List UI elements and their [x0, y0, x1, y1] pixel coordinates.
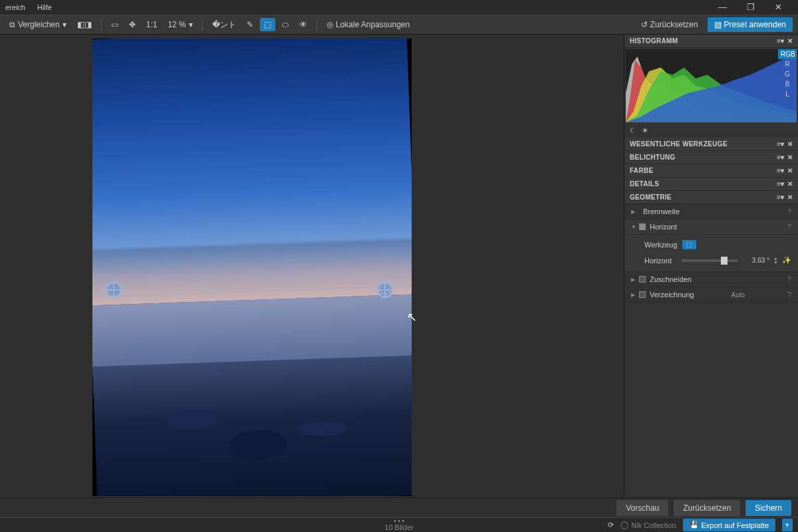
crop-tool-icon[interactable]: �ント	[208, 17, 240, 33]
histogram-chart	[626, 49, 797, 122]
window-controls: — ❐ ✕	[718, 2, 794, 12]
horizon-stepper[interactable]: ▲▼	[773, 257, 778, 265]
export-label: Export auf Festplatte	[702, 521, 769, 529]
expand-icon: ▶	[631, 209, 635, 215]
horizon-tool-button[interactable]: ⬚	[682, 240, 696, 249]
horizon-row[interactable]: ▼ Horizont ?	[624, 219, 798, 235]
help-icon[interactable]: ?	[787, 223, 791, 231]
horizon-label: Horizont	[650, 223, 677, 231]
color-header[interactable]: FARBE ≡▾✕	[624, 164, 798, 178]
highlight-clip-icon[interactable]: ☀	[642, 126, 648, 135]
auto-horizon-icon[interactable]: ✨	[782, 256, 791, 265]
menu-bereich[interactable]: ereich	[5, 3, 25, 11]
export-menu-icon[interactable]: ▾	[782, 519, 793, 531]
tool-label: Werkzeug	[644, 241, 677, 249]
side-panel: › HISTOGRAMM ≡▾✕ RGB R G B L ☾ ☀	[624, 35, 798, 497]
histo-l[interactable]: L	[778, 89, 797, 99]
histo-g[interactable]: G	[778, 69, 797, 79]
nik-label: Nik Collection	[631, 521, 676, 529]
histogram-toggles: ☾ ☀	[624, 124, 798, 138]
horizon-controls: Werkzeug ⬚ Horizont 3.63 ° ▲▼ ✨	[624, 235, 798, 272]
panel-close-icon[interactable]: ✕	[787, 140, 793, 148]
histogram-title: HISTOGRAMM	[630, 37, 678, 45]
panel-menu-icon[interactable]: ≡▾	[777, 37, 784, 45]
focal-length-row[interactable]: ▶ Brennweite ?	[624, 204, 798, 219]
details-header[interactable]: DETAILS ≡▾✕	[624, 178, 798, 191]
help-icon[interactable]: ?	[787, 291, 791, 299]
essential-tools-header[interactable]: WESENTLICHE WERKZEUGE ≡▾✕	[624, 138, 798, 151]
sync-icon[interactable]: ⟳	[608, 521, 614, 529]
horizon-tool-icon[interactable]: ⬚	[260, 18, 275, 31]
compare-icon: ⧉	[9, 20, 15, 29]
distortion-auto: Auto	[731, 291, 745, 299]
save-button[interactable]: Sichern	[745, 500, 791, 516]
collapse-icon: ▼	[631, 224, 636, 230]
undo-icon: ↺	[641, 20, 648, 29]
panel-close-icon[interactable]: ✕	[787, 180, 793, 188]
focal-label: Brennweite	[643, 207, 680, 215]
export-button[interactable]: 💾 Export auf Festplatte	[683, 519, 776, 531]
local-adjust-button[interactable]: ◎ Lokale Anpassungen	[323, 18, 414, 31]
split-view-icon[interactable]: ◧◨	[73, 18, 96, 31]
distortion-checkbox[interactable]	[639, 291, 646, 298]
shadow-clip-icon[interactable]: ☾	[630, 126, 636, 135]
zoom-level[interactable]: 12 % ▾	[164, 18, 196, 31]
nik-collection-button[interactable]: ◯ Nik Collection	[620, 521, 676, 529]
eye-icon[interactable]: 👁	[295, 18, 311, 31]
panel-menu-icon[interactable]: ≡▾	[777, 140, 784, 148]
panel-close-icon[interactable]: ✕	[787, 167, 793, 174]
preview-button[interactable]: Vorschau	[616, 500, 668, 516]
histo-rgb[interactable]: RGB	[778, 49, 797, 59]
preset-label: Preset anwenden	[724, 20, 786, 29]
panel-menu-icon[interactable]: ≡▾	[777, 194, 784, 201]
canvas[interactable]: ↖	[0, 35, 624, 497]
menu-hilfe[interactable]: Hilfe	[37, 3, 52, 11]
chevron-down-icon: ▾	[63, 20, 66, 29]
target-icon: ◎	[327, 20, 333, 29]
panel-close-icon[interactable]: ✕	[787, 154, 793, 161]
histogram: RGB R G B L	[626, 49, 797, 122]
horizon-slider-label: Horizont	[644, 257, 678, 265]
horizon-value[interactable]: 3.63 °	[741, 257, 769, 264]
essential-title: WESENTLICHE WERKZEUGE	[630, 140, 728, 148]
horizon-slider[interactable]	[682, 259, 737, 262]
crop-checkbox[interactable]	[639, 276, 646, 283]
minimize-icon[interactable]: —	[718, 2, 727, 12]
distortion-label: Verzeichnung	[650, 291, 694, 299]
histogram-header[interactable]: HISTOGRAMM ≡▾✕	[624, 35, 798, 48]
color-title: FARBE	[630, 167, 653, 174]
details-title: DETAILS	[630, 180, 659, 188]
reset-button[interactable]: Zurücksetzen	[674, 500, 740, 516]
histo-b[interactable]: B	[778, 79, 797, 89]
exposure-header[interactable]: BELICHTUNG ≡▾✕	[624, 151, 798, 164]
crop-row[interactable]: ▶ Zuschneiden ?	[624, 272, 798, 287]
pan-icon[interactable]: ✥	[125, 18, 140, 31]
help-icon[interactable]: ?	[787, 207, 791, 215]
eyedropper-icon[interactable]: ✎	[243, 18, 257, 31]
reset-top-button[interactable]: ↺ Zurücksetzen	[636, 17, 704, 32]
close-icon[interactable]: ✕	[775, 2, 782, 12]
panel-close-icon[interactable]: ✕	[787, 37, 793, 45]
exposure-title: BELICHTUNG	[630, 154, 676, 161]
panel-menu-icon[interactable]: ≡▾	[777, 154, 784, 161]
local-adjust-label: Lokale Anpassungen	[336, 20, 410, 29]
fit-icon[interactable]: ▭	[107, 18, 122, 31]
chevron-down-icon: ▾	[189, 20, 193, 29]
crop-label: Zuschneiden	[650, 275, 692, 283]
image-counter[interactable]: • • • 10 Bilder	[384, 519, 413, 531]
ratio-button[interactable]: 1:1	[142, 18, 162, 31]
apply-preset-button[interactable]: ▤ Preset anwenden	[708, 17, 793, 32]
horizon-checkbox[interactable]	[639, 223, 646, 230]
panel-menu-icon[interactable]: ≡▾	[777, 180, 784, 188]
panel-menu-icon[interactable]: ≡▾	[777, 167, 784, 174]
geometry-header[interactable]: GEOMETRIE ≡▾✕	[624, 191, 798, 204]
slider-thumb[interactable]	[721, 257, 728, 265]
compare-button[interactable]: ⧉ Vergleichen ▾	[5, 18, 70, 31]
maximize-icon[interactable]: ❐	[747, 2, 755, 12]
help-icon[interactable]: ?	[787, 275, 791, 283]
panel-close-icon[interactable]: ✕	[787, 194, 793, 201]
tag-icon[interactable]: ⬭	[278, 18, 293, 31]
histo-r[interactable]: R	[778, 59, 797, 69]
distortion-row[interactable]: ▶ Verzeichnung Auto ?	[624, 287, 798, 303]
photo-preview[interactable]	[92, 39, 412, 496]
